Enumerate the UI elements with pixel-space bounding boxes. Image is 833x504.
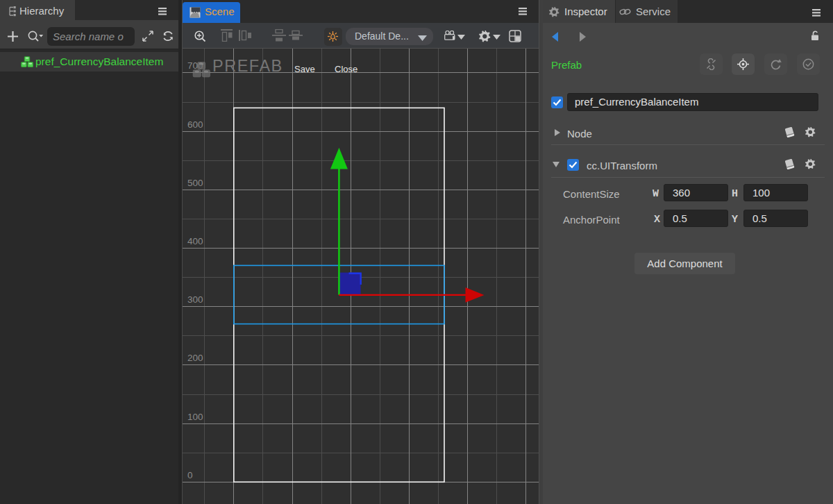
svg-text:300: 300 — [187, 294, 203, 305]
svg-text:500: 500 — [187, 178, 203, 188]
svg-text:PREFAB: PREFAB — [212, 57, 283, 75]
svg-text:Close: Close — [335, 64, 357, 74]
svg-text:0: 0 — [187, 470, 193, 480]
svg-text:200: 200 — [187, 353, 203, 363]
svg-text:400: 400 — [187, 236, 203, 246]
svg-text:100: 100 — [187, 412, 203, 422]
svg-text:Save: Save — [294, 64, 315, 74]
svg-text:600: 600 — [187, 119, 203, 130]
